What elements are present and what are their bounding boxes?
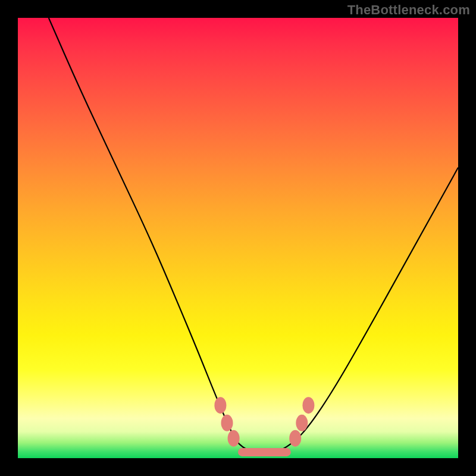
valley-band [238, 448, 291, 456]
curve-marker [289, 430, 301, 447]
bottleneck-curve-svg [18, 18, 458, 458]
curve-marker [228, 430, 240, 447]
curve-marker [302, 397, 314, 414]
curve-marker [221, 415, 233, 431]
watermark-text: TheBottleneck.com [347, 2, 470, 18]
bottleneck-curve [49, 18, 458, 454]
plot-area [18, 18, 458, 458]
curve-marker [296, 415, 308, 431]
curve-markers [214, 397, 314, 447]
chart-frame: TheBottleneck.com [0, 0, 476, 476]
curve-marker [214, 397, 226, 414]
